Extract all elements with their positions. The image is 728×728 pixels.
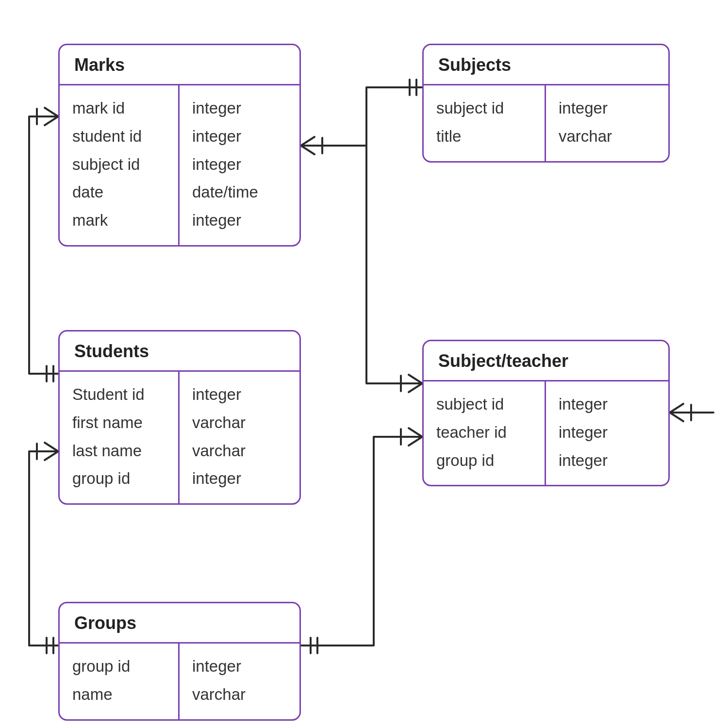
svg-line-16 bbox=[409, 437, 422, 446]
svg-line-0 bbox=[45, 108, 58, 116]
entity-marks-types: integer integer integer date/time intege… bbox=[180, 85, 299, 245]
field-type: integer bbox=[192, 381, 287, 409]
field-name: date bbox=[72, 178, 165, 206]
field-name: mark id bbox=[72, 94, 165, 122]
entity-subject-teacher: Subject/teacher subject id teacher id gr… bbox=[422, 340, 670, 486]
svg-line-24 bbox=[670, 413, 683, 421]
entity-students-title: Students bbox=[60, 331, 299, 372]
field-type: integer bbox=[559, 94, 656, 122]
field-type: integer bbox=[192, 94, 287, 122]
field-type: integer bbox=[192, 122, 287, 150]
field-name: group id bbox=[436, 447, 532, 475]
field-type: varchar bbox=[192, 437, 287, 465]
rel-students-marks bbox=[29, 108, 58, 381]
entity-marks-names: mark id student id subject id date mark bbox=[60, 85, 180, 245]
rel-groups-students bbox=[29, 443, 58, 653]
field-name: Student id bbox=[72, 381, 165, 409]
entity-students: Students Student id first name last name… bbox=[58, 330, 301, 505]
rel-subjects-marks bbox=[301, 80, 422, 154]
svg-line-1 bbox=[45, 116, 58, 125]
entity-subject-teacher-types: integer integer integer bbox=[546, 381, 668, 485]
field-type: integer bbox=[192, 206, 287, 234]
field-name: subject id bbox=[436, 94, 532, 122]
entity-subjects-body: subject id title integer varchar bbox=[424, 85, 668, 161]
entity-students-body: Student id first name last name group id… bbox=[60, 372, 299, 503]
er-diagram-canvas: Marks mark id student id subject id date… bbox=[0, 0, 728, 728]
field-type: integer bbox=[559, 418, 656, 447]
svg-line-5 bbox=[301, 137, 314, 146]
field-type: integer bbox=[192, 464, 287, 493]
field-name: mark bbox=[72, 206, 165, 234]
field-name: title bbox=[436, 122, 532, 150]
field-name: last name bbox=[72, 437, 165, 465]
field-name: name bbox=[72, 680, 165, 709]
entity-subject-teacher-title: Subject/teacher bbox=[424, 341, 668, 381]
field-name: student id bbox=[72, 122, 165, 150]
entity-groups-title: Groups bbox=[60, 603, 299, 644]
field-type: integer bbox=[559, 447, 656, 475]
field-name: subject id bbox=[72, 150, 165, 179]
rel-subjects-subjectteacher bbox=[366, 146, 422, 392]
entity-students-types: integer varchar varchar integer bbox=[180, 372, 299, 503]
entity-marks-body: mark id student id subject id date mark … bbox=[60, 85, 299, 245]
svg-line-18 bbox=[45, 443, 58, 451]
field-type: integer bbox=[192, 150, 287, 179]
entity-marks-title: Marks bbox=[60, 45, 299, 85]
svg-line-11 bbox=[409, 383, 422, 392]
entity-students-names: Student id first name last name group id bbox=[60, 372, 180, 503]
field-name: group id bbox=[72, 464, 165, 493]
entity-subject-teacher-body: subject id teacher id group id integer i… bbox=[424, 381, 668, 485]
entity-groups-types: integer varchar bbox=[180, 644, 299, 719]
field-name: teacher id bbox=[436, 418, 532, 447]
svg-line-6 bbox=[301, 146, 314, 154]
field-type: varchar bbox=[192, 680, 287, 709]
entity-groups-names: group id name bbox=[60, 644, 180, 719]
field-type: integer bbox=[192, 652, 287, 680]
entity-subjects-title: Subjects bbox=[424, 45, 668, 85]
entity-subjects-names: subject id title bbox=[424, 85, 546, 161]
rel-groups-subjectteacher bbox=[301, 428, 422, 653]
svg-line-23 bbox=[670, 404, 683, 413]
svg-line-19 bbox=[45, 451, 58, 460]
entity-marks: Marks mark id student id subject id date… bbox=[58, 44, 301, 247]
svg-line-15 bbox=[409, 428, 422, 437]
entity-groups-body: group id name integer varchar bbox=[60, 644, 299, 719]
rel-subjectteacher-teachers bbox=[670, 404, 713, 421]
field-type: varchar bbox=[192, 409, 287, 437]
field-type: date/time bbox=[192, 178, 287, 206]
field-name: subject id bbox=[436, 390, 532, 418]
entity-subject-teacher-names: subject id teacher id group id bbox=[424, 381, 546, 485]
field-name: group id bbox=[72, 652, 165, 680]
entity-groups: Groups group id name integer varchar bbox=[58, 602, 301, 721]
svg-line-10 bbox=[409, 375, 422, 383]
field-type: integer bbox=[559, 390, 656, 418]
entity-subjects: Subjects subject id title integer varcha… bbox=[422, 44, 670, 163]
entity-subjects-types: integer varchar bbox=[546, 85, 668, 161]
field-name: first name bbox=[72, 409, 165, 437]
field-type: varchar bbox=[559, 122, 656, 150]
